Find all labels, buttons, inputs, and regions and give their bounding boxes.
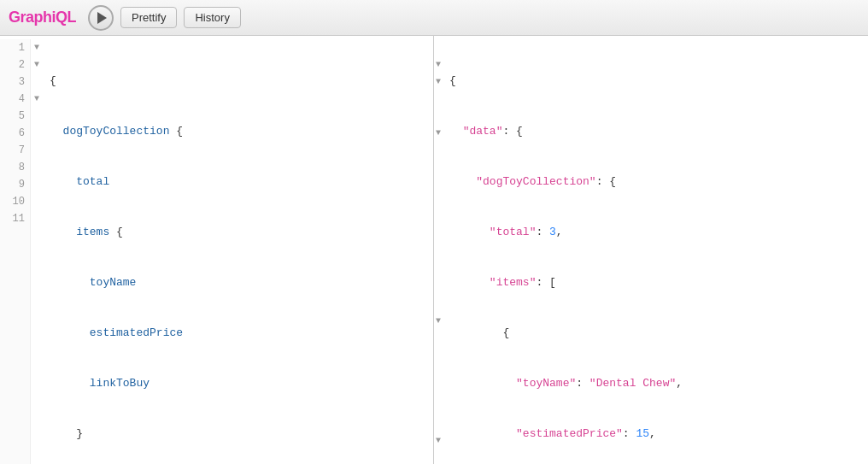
results-panel: ▼ ▼ ▼ ▼ (434, 36, 868, 464)
run-button[interactable] (88, 5, 114, 31)
query-code[interactable]: { dogToyCollection { total items { toyNa… (43, 39, 433, 464)
results-code: { "data": { "dogToyCollection": { "total… (443, 39, 868, 464)
line-numbers: 1 2 3 4 5 6 7 8 9 10 11 (0, 39, 31, 464)
prettify-button[interactable]: Prettify (120, 7, 177, 28)
results-gutter: ▼ ▼ ▼ ▼ (434, 39, 443, 464)
fold-gutter: ▼ ▼ ▼ (31, 39, 43, 464)
main-area: 1 2 3 4 5 6 7 8 9 10 11 ▼ ▼ ▼ (0, 36, 868, 464)
app-title: GraphiQL (9, 9, 76, 26)
query-editor[interactable]: 1 2 3 4 5 6 7 8 9 10 11 ▼ ▼ ▼ (0, 36, 434, 464)
toolbar: GraphiQL Prettify History (0, 0, 868, 36)
history-button[interactable]: History (184, 7, 240, 28)
play-icon (97, 12, 107, 24)
